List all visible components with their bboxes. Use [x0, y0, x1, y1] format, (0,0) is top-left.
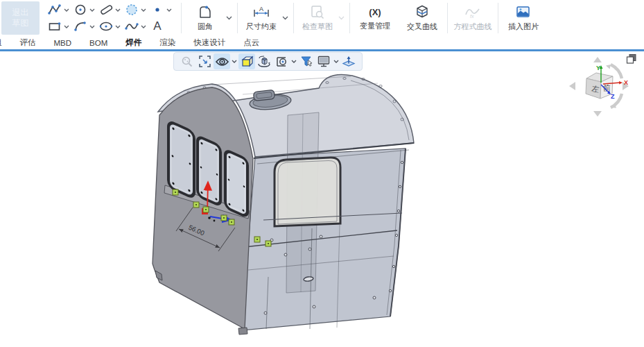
tab-quick-design[interactable]: 快速设计 [193, 37, 225, 48]
cross-curve-button[interactable]: 交叉曲线 [399, 0, 446, 36]
rotate-left-arrow[interactable] [569, 82, 575, 90]
cad-model-cab[interactable]: 56.00 [0, 51, 644, 347]
chevron-down-icon[interactable] [62, 25, 71, 28]
cross-curve-cube-icon [414, 4, 430, 21]
chevron-down-icon[interactable] [139, 25, 148, 28]
arc-tool[interactable] [73, 19, 98, 34]
check-sketch-button: 检查草图 [295, 0, 348, 36]
equation-curve-label: 方程式曲线 [454, 22, 492, 32]
ribbon-separator [447, 3, 448, 33]
svg-text:fx: fx [470, 14, 474, 19]
rotate-down-arrow[interactable] [593, 111, 602, 117]
rectangle-tool[interactable] [47, 19, 73, 34]
rectangle-icon[interactable] [47, 19, 62, 34]
ribbon: 退出草图 [0, 0, 644, 36]
variable-x-icon: (X) [369, 5, 381, 20]
chevron-down-icon[interactable] [114, 8, 122, 12]
insert-image-icon [515, 4, 532, 21]
rotate-up-arrow[interactable] [593, 57, 602, 62]
equation-curve-icon: fx [464, 4, 482, 21]
view-plane-button[interactable] [340, 53, 357, 69]
zoom-icon [181, 56, 193, 68]
ribbon-tabbar: 组 评估 MBD BOM 焊件 渲染 快速设计 点云 [0, 36, 644, 49]
check-sketch-icon [309, 4, 326, 21]
insert-image-button[interactable]: 插入图片 [500, 0, 547, 36]
axis-x-label: X [624, 79, 628, 86]
tab-point-cloud[interactable]: 点云 [243, 37, 259, 48]
equation-curve-button: fx 方程式曲线 [449, 0, 496, 36]
chevron-down-icon[interactable] [290, 60, 297, 63]
visibility-button[interactable] [214, 53, 230, 69]
view-cube[interactable]: 左 前 Y X Z [565, 55, 641, 121]
cube-front-label[interactable]: 前 [602, 83, 611, 92]
chevron-down-icon[interactable] [165, 8, 173, 12]
viewport-canvas[interactable]: 56.00 [0, 51, 644, 347]
section-view-button[interactable] [273, 53, 290, 69]
dashed-circle-tool[interactable] [124, 2, 150, 17]
exit-sketch-button[interactable]: 退出草图 [1, 1, 40, 35]
axis-y-label: Y [596, 65, 600, 71]
filter-icon [299, 55, 313, 68]
chevron-down-icon[interactable] [281, 16, 289, 20]
fillet-label: 圆角 [198, 22, 213, 32]
chevron-down-icon [337, 16, 345, 20]
display-mode-button[interactable] [315, 53, 332, 69]
axis-z-label: Z [611, 93, 615, 100]
chevron-down-icon[interactable] [231, 60, 238, 63]
spline-icon[interactable] [124, 19, 139, 34]
arc-icon[interactable] [73, 19, 88, 34]
ellipse-icon[interactable] [98, 19, 114, 34]
zoom-fit-button[interactable] [196, 53, 213, 69]
line-tool[interactable] [98, 2, 124, 17]
ribbon-separator [237, 3, 238, 33]
insert-image-label: 插入图片 [508, 22, 539, 32]
tab-weldment[interactable]: 焊件 [125, 37, 141, 48]
tab-mbd[interactable]: MBD [54, 39, 72, 47]
circle-icon[interactable] [73, 2, 88, 17]
fillet-button[interactable]: 圆角 [183, 0, 236, 36]
tab-bom[interactable]: BOM [89, 39, 107, 47]
chevron-down-icon[interactable] [139, 8, 148, 12]
variable-manager-button[interactable]: (X) 变量管理 [351, 0, 399, 36]
sketch-tools-row-2: A [47, 19, 175, 34]
app-window: 退出草图 [0, 0, 644, 347]
selection-filter-button[interactable] [298, 53, 315, 69]
circle-tool[interactable] [73, 2, 98, 17]
shaded-cube-icon [240, 55, 254, 69]
view-cube-body[interactable]: 左 前 [586, 73, 613, 99]
chevron-down-icon[interactable] [225, 16, 233, 20]
sketch-tools-group: A [42, 0, 180, 36]
ellipse-tool[interactable] [98, 19, 124, 34]
chevron-down-icon[interactable] [333, 60, 340, 63]
chevron-down-icon[interactable] [88, 25, 96, 28]
zoom-fit-icon [198, 55, 211, 68]
view-toolbar [173, 52, 363, 71]
shaded-display-button[interactable] [238, 53, 255, 69]
ribbon-separator [293, 3, 294, 33]
tab-evaluate[interactable]: 评估 [20, 37, 36, 48]
point-icon[interactable] [150, 2, 165, 17]
tab-render[interactable]: 渲染 [159, 37, 175, 48]
point-tool[interactable] [150, 2, 175, 17]
sketch-tools-row-1 [47, 2, 175, 17]
cube-left-label[interactable]: 左 [591, 84, 600, 94]
dimension-constraint-button[interactable]: A 尺寸约束 [239, 0, 292, 36]
ribbon-separator [498, 3, 498, 33]
chevron-down-icon[interactable] [88, 8, 96, 12]
line-icon[interactable] [98, 2, 114, 17]
variable-manager-label: 变量管理 [360, 21, 390, 31]
dashed-circle-icon[interactable] [124, 2, 139, 17]
text-tool[interactable]: A [150, 19, 175, 34]
dimension-constraint-label: 尺寸约束 [246, 22, 277, 32]
polyline-tool[interactable] [47, 2, 73, 17]
chevron-down-icon[interactable] [114, 25, 122, 28]
eye-icon [215, 56, 229, 67]
text-tool-icon[interactable]: A [150, 19, 165, 34]
polyline-icon[interactable] [47, 2, 62, 17]
tab-partial[interactable]: 组 [0, 37, 2, 48]
spline-tool[interactable] [124, 19, 150, 34]
fillet-icon [197, 4, 214, 21]
zoom-button [179, 53, 195, 69]
chevron-down-icon[interactable] [62, 8, 71, 12]
rotate-view-button[interactable] [256, 53, 272, 69]
